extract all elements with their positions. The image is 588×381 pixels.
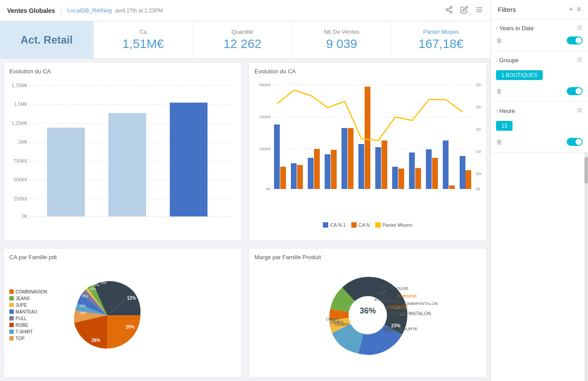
filter-years-title-row[interactable]: › Years in Date bbox=[496, 23, 583, 34]
filter-years-toggle[interactable] bbox=[567, 36, 583, 44]
menu-icon[interactable] bbox=[475, 6, 483, 16]
legend-tshirt: T-SHIRT bbox=[9, 329, 58, 334]
svg-rect-63 bbox=[460, 156, 465, 189]
svg-point-2 bbox=[450, 11, 452, 13]
kpi-ca-value: 1,51M€ bbox=[123, 37, 164, 51]
kpi-act-retail: Act. Retail bbox=[0, 21, 93, 58]
header-icons bbox=[445, 6, 483, 16]
kpi-nb-ventes-value: 9 039 bbox=[326, 37, 357, 51]
svg-text:Others: Others bbox=[334, 321, 349, 326]
legend-ca-n1: CA N-1 bbox=[323, 222, 346, 228]
legend-combinaison: COMBINAISON bbox=[9, 289, 58, 294]
svg-rect-42 bbox=[280, 167, 286, 189]
share-icon[interactable] bbox=[445, 6, 453, 16]
evolution-ca-right-svg: 300K€ 200K€ 100K€ 0€ 250€ 200€ 150€ 100€… bbox=[254, 78, 481, 221]
svg-text:5%: 5% bbox=[376, 291, 382, 296]
svg-text:200€: 200€ bbox=[476, 105, 481, 109]
svg-rect-48 bbox=[331, 150, 337, 189]
svg-point-1 bbox=[446, 8, 448, 11]
svg-rect-41 bbox=[274, 124, 280, 189]
filter-heure-toggle[interactable] bbox=[567, 138, 583, 146]
filters-add-icon[interactable]: + bbox=[569, 5, 573, 13]
svg-rect-50 bbox=[348, 128, 354, 189]
evolution-ca-right: Evolution du CA 300K€ 200K€ 100K€ 0€ 250… bbox=[249, 62, 487, 241]
kpi-nb-ventes: Nb De Ventes 9 039 bbox=[292, 21, 391, 58]
filter-groupe-toggle-row: 🗑 bbox=[496, 84, 583, 98]
filters-title: Filters bbox=[498, 6, 516, 13]
act-retail-label: Act. Retail bbox=[20, 34, 72, 46]
svg-text:2012: 2012 bbox=[60, 219, 72, 221]
svg-rect-49 bbox=[342, 128, 347, 189]
filter-groupe-title-row[interactable]: › Groupe bbox=[496, 55, 583, 66]
scrollbar-thumb[interactable] bbox=[584, 157, 588, 184]
legend-manteau: MANTEAU bbox=[9, 309, 58, 314]
header-db: LocalDB_RetNeg bbox=[67, 7, 111, 14]
filters-menu-icon[interactable]: ≡ bbox=[577, 5, 581, 13]
filter-groupe-content: 1·BOUTIQUES bbox=[496, 66, 583, 84]
filter-years-title: Years in Date bbox=[499, 25, 534, 32]
filters-header: Filters + ≡ bbox=[491, 0, 588, 19]
bar-2012 bbox=[47, 128, 85, 217]
legend-robe: ROBE bbox=[9, 323, 58, 328]
svg-point-0 bbox=[450, 6, 452, 8]
svg-text:500K€: 500K€ bbox=[14, 177, 28, 182]
filter-heure-trash[interactable]: 🗑 bbox=[496, 138, 502, 145]
filter-groupe-menu[interactable] bbox=[576, 56, 583, 64]
svg-text:2013: 2013 bbox=[122, 219, 133, 221]
filter-heure-tag[interactable]: 13 bbox=[496, 121, 513, 131]
filter-heure-menu[interactable] bbox=[576, 107, 583, 115]
svg-rect-46 bbox=[314, 149, 320, 189]
filter-groupe-title: Groupe bbox=[499, 57, 518, 64]
kpi-row: Act. Retail Ca 1,51M€ Quantité 12 262 Nb… bbox=[0, 21, 490, 59]
legend-ca-n: CA N bbox=[351, 222, 370, 228]
legend-panier: Panier Moyen bbox=[375, 222, 413, 228]
svg-text:5%: 5% bbox=[90, 287, 96, 291]
header-separator: | bbox=[60, 8, 62, 14]
svg-text:100€: 100€ bbox=[476, 149, 481, 154]
svg-rect-56 bbox=[398, 168, 404, 189]
kpi-quantite: Quantité 12 262 bbox=[193, 21, 292, 58]
svg-text:CHEMISE: CHEMISE bbox=[397, 293, 417, 298]
svg-text:1,75M€: 1,75M€ bbox=[12, 83, 27, 88]
filter-heure: › Heure 13 🗑 bbox=[491, 102, 588, 152]
filter-groupe: › Groupe 1·BOUTIQUES 🗑 bbox=[491, 51, 588, 102]
header-date: avril 27th at 1:23PM bbox=[115, 8, 163, 14]
edit-icon[interactable] bbox=[460, 6, 468, 16]
svg-text:150€: 150€ bbox=[476, 127, 481, 132]
svg-text:36%: 36% bbox=[360, 306, 376, 315]
chart-legend: CA N-1 CA N Panier Moyen bbox=[254, 221, 481, 229]
svg-text:250€: 250€ bbox=[476, 83, 481, 87]
svg-text:300K€: 300K€ bbox=[259, 83, 270, 87]
kpi-quantite-label: Quantité bbox=[231, 28, 253, 35]
ca-famille-section: CA par Famille pdt COMBINAISON JEANS JUP… bbox=[4, 248, 242, 378]
filter-groupe-trash[interactable]: 🗑 bbox=[496, 88, 502, 95]
svg-line-3 bbox=[448, 10, 450, 12]
filter-heure-title-row[interactable]: › Heure bbox=[496, 105, 583, 116]
filter-years-in-date: › Years in Date 🗑 bbox=[491, 19, 588, 51]
legend-top: TOP bbox=[9, 336, 58, 341]
legend-ca-n-label: CA N bbox=[358, 222, 370, 228]
evolution-ca-left-title: Evolution du CA bbox=[9, 68, 236, 75]
filter-groupe-tag[interactable]: 1·BOUTIQUES bbox=[496, 70, 543, 80]
svg-text:200K€: 200K€ bbox=[259, 115, 270, 119]
filter-years-menu[interactable] bbox=[576, 24, 583, 32]
ca-famille-pie: 12% 25% 28% 6% 5% 8% 5% 3% 4% bbox=[58, 266, 156, 364]
evolution-ca-left-svg: 1,75M€ 1,5M€ 1,25M€ 1M€ 750K€ 500K€ 250K… bbox=[9, 78, 236, 221]
svg-rect-59 bbox=[426, 149, 432, 189]
svg-text:4%: 4% bbox=[101, 281, 107, 285]
bar-2013 bbox=[108, 113, 146, 217]
svg-rect-52 bbox=[365, 87, 370, 189]
legend-pull: PULL bbox=[9, 316, 58, 321]
ca-famille-legend: COMBINAISON JEANS JUPE MANTEAU bbox=[9, 289, 58, 341]
filter-groupe-toggle[interactable] bbox=[567, 87, 583, 95]
header: Ventes Globales | LocalDB_RetNeg avril 2… bbox=[0, 0, 490, 21]
filters-header-icons: + ≡ bbox=[569, 5, 581, 13]
dashboard-body: Evolution du CA 1,75M€ 1,5M€ 1,25M€ 1M€ … bbox=[0, 59, 490, 381]
evolution-ca-left-area: 1,75M€ 1,5M€ 1,25M€ 1M€ 750K€ 500K€ 250K… bbox=[9, 78, 236, 221]
svg-line-4 bbox=[448, 8, 450, 9]
evolution-ca-right-area: 300K€ 200K€ 100K€ 0€ 250€ 200€ 150€ 100€… bbox=[254, 78, 481, 221]
svg-text:28%: 28% bbox=[91, 338, 100, 343]
svg-rect-62 bbox=[449, 185, 455, 189]
filter-years-trash[interactable]: 🗑 bbox=[496, 37, 502, 44]
svg-text:COMBIPANTALON: COMBIPANTALON bbox=[402, 301, 438, 306]
